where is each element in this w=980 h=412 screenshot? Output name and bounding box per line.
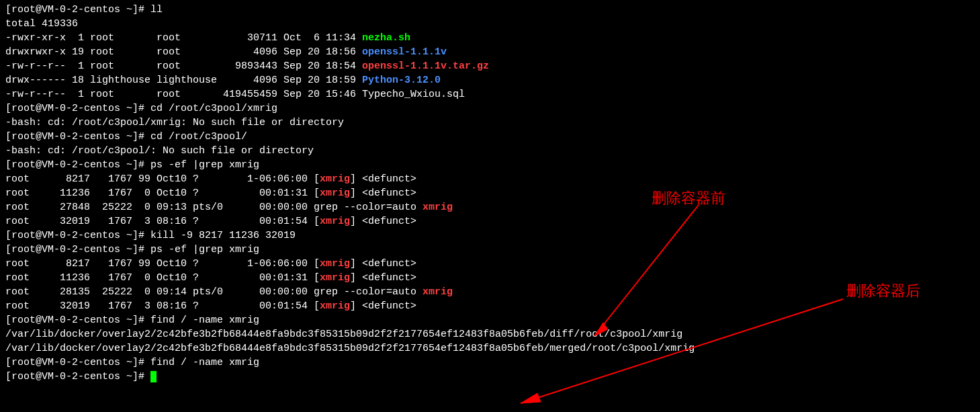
terminal-line: -rwxr-xr-x 1 root root 30711 Oct 6 11:34… <box>5 31 975 45</box>
annotation-after: 删除容器后 <box>846 281 920 302</box>
terminal-line: [root@VM-0-2-centos ~]# ps -ef |grep xmr… <box>5 243 975 257</box>
terminal-line: [root@VM-0-2-centos ~]# ps -ef |grep xmr… <box>5 158 975 172</box>
svg-line-2 <box>521 299 843 403</box>
terminal-line: -rw-r--r-- 1 root root 419455459 Sep 20 … <box>5 87 975 101</box>
terminal-line: total 419336 <box>5 17 975 31</box>
terminal-line: root 11236 1767 0 Oct10 ? 00:01:31 [xmri… <box>5 271 975 285</box>
terminal-line: root 8217 1767 99 Oct10 ? 1-06:06:00 [xm… <box>5 172 975 186</box>
terminal-line: drwx------ 18 lighthouse lighthouse 4096… <box>5 73 975 87</box>
terminal-line: root 11236 1767 0 Oct10 ? 00:01:31 [xmri… <box>5 186 975 200</box>
terminal-line: drwxrwxr-x 19 root root 4096 Sep 20 18:5… <box>5 45 975 59</box>
svg-marker-3 <box>521 393 541 403</box>
terminal-line: root 32019 1767 3 08:16 ? 00:01:54 [xmri… <box>5 214 975 229</box>
terminal-line: -bash: cd: /root/c3pool/xmrig: No such f… <box>5 116 975 130</box>
terminal-line: [root@VM-0-2-centos ~]# cd /root/c3pool/… <box>5 101 975 116</box>
cursor <box>150 371 157 382</box>
terminal-line: root 27848 25222 0 09:13 pts/0 00:00:00 … <box>5 200 975 214</box>
arrow-after-icon <box>510 296 846 410</box>
terminal-line: [root@VM-0-2-centos ~]# cd /root/c3pool/ <box>5 130 975 144</box>
terminal-line: -rw-r--r-- 1 root root 9893443 Sep 20 18… <box>5 59 975 73</box>
terminal-line: -bash: cd: /root/c3pool/: No such file o… <box>5 144 975 158</box>
terminal-line: [root@VM-0-2-centos ~]# kill -9 8217 112… <box>5 229 975 243</box>
terminal-line: [root@VM-0-2-centos ~]# ll <box>5 3 975 17</box>
terminal-line: root 8217 1767 99 Oct10 ? 1-06:06:00 [xm… <box>5 257 975 271</box>
